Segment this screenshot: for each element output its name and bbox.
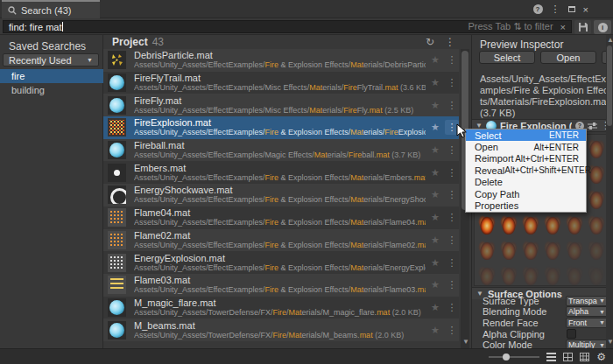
results-panel: Project 43 ↻ ⋮ DebrisParticle.matAssets/… [103, 35, 471, 348]
result-row[interactable]: Embers.matAssets/Unity_Assets/EffectExam… [103, 161, 459, 184]
row-more-icon[interactable]: ⋮ [445, 212, 459, 223]
saved-search-item-fire[interactable]: fire [0, 69, 103, 83]
inspector-toggle-button[interactable]: i [594, 20, 611, 34]
menu-item-copy-path[interactable]: Copy Path [466, 188, 586, 200]
favorite-star-icon[interactable]: ★ [426, 122, 445, 133]
row-more-icon[interactable]: ⋮ [445, 100, 459, 111]
list-view-icon[interactable] [546, 353, 556, 361]
menu-item-label: Delete [475, 177, 503, 187]
flame-sprite [521, 263, 540, 285]
close-icon[interactable]: × [583, 4, 588, 15]
flame-sprite [521, 213, 540, 234]
field-surface-type: Surface TypeTranspa▼ [483, 295, 611, 306]
menu-item-properties[interactable]: Properties [466, 200, 586, 211]
result-row[interactable]: Fireball.matAssets/Unity_Assets/EffectEx… [103, 139, 459, 162]
flame-sprite [587, 136, 606, 158]
favorite-star-icon[interactable]: ★ [426, 167, 445, 178]
grid-view-icon[interactable] [563, 353, 573, 361]
inspector-scrollbar[interactable]: ▲ ▼ [606, 35, 613, 348]
refresh-icon[interactable]: ↻ [426, 36, 434, 48]
tab-search[interactable]: Search (43) [2, 0, 100, 18]
help-icon[interactable]: ? [533, 4, 543, 14]
table-view-icon[interactable] [580, 353, 589, 361]
favorite-star-icon[interactable]: ★ [426, 212, 445, 223]
row-more-icon[interactable]: ⋮ [445, 77, 459, 88]
menu-item-label: Reveal [475, 165, 504, 176]
result-row[interactable]: DebrisParticle.matAssets/Unity_Assets/Ef… [103, 49, 459, 72]
mouse-cursor [456, 123, 468, 141]
favorite-star-icon[interactable]: ★ [426, 144, 445, 156]
slider-knob[interactable] [503, 354, 510, 360]
row-more-icon[interactable]: ⋮ [445, 189, 459, 200]
row-more-icon[interactable]: ⋮ [445, 257, 459, 269]
header-more-icon[interactable]: ⋮ [445, 36, 455, 48]
field-label: Render Face [483, 318, 566, 328]
result-row[interactable]: FireFlyTrail.matAssets/Unity_Assets/Effe… [103, 72, 459, 94]
field-dropdown[interactable]: Front▼ [566, 318, 608, 328]
saved-search-item-building[interactable]: building [0, 83, 103, 97]
favorite-star-icon[interactable]: ★ [426, 325, 445, 336]
field-checkbox[interactable] [567, 329, 576, 339]
settings-gear-icon[interactable]: ⚙ [596, 353, 606, 361]
result-row[interactable]: M_magic_flare.matAssets/Unity_Assets/Tow… [103, 297, 459, 319]
row-more-icon[interactable]: ⋮ [445, 302, 459, 313]
field-dropdown[interactable]: Transpa▼ [566, 296, 608, 306]
favorite-star-icon[interactable]: ★ [426, 77, 445, 88]
result-row[interactable]: M_beams.matAssets/Unity_Assets/TowerDefe… [103, 318, 459, 341]
thumbnail-size-slider[interactable] [489, 356, 539, 358]
search-input[interactable]: find: fire mat Press Tab ⇅ to filter × [3, 20, 572, 33]
preset-icon[interactable] [588, 122, 597, 130]
select-button[interactable]: Select [479, 51, 535, 64]
filter-hint: Press Tab ⇅ to filter [469, 21, 553, 32]
result-row[interactable]: Flame04.matAssets/Unity_Assets/EffectExa… [103, 206, 459, 229]
field-dropdown[interactable]: Alpha▼ [566, 306, 608, 317]
menu-item-shortcut: Alt+Ctrl+ENTER [515, 154, 579, 164]
result-row[interactable]: Flame02.matAssets/Unity_Assets/EffectExa… [103, 229, 459, 252]
material-thumbnail [108, 51, 126, 69]
maximize-icon[interactable] [568, 6, 575, 12]
scroll-down-icon[interactable]: ▼ [607, 338, 613, 346]
save-search-button[interactable] [574, 20, 591, 34]
result-row[interactable]: FireExplosion.matAssets/Unity_Assets/Eff… [103, 116, 459, 139]
favorite-star-icon[interactable]: ★ [426, 189, 445, 200]
result-row[interactable]: EnergyShockwave.matAssets/Unity_Assets/E… [103, 184, 459, 206]
saved-searches-title: Saved Searches [9, 40, 86, 52]
scrollbar-thumb[interactable] [607, 46, 612, 126]
material-thumbnail [108, 298, 126, 317]
favorite-star-icon[interactable]: ★ [426, 100, 445, 111]
result-row[interactable]: EnergyExplosion.matAssets/Unity_Assets/E… [103, 251, 459, 274]
row-more-icon[interactable]: ⋮ [445, 279, 459, 290]
tab-title: Search (43) [21, 5, 71, 16]
row-more-icon[interactable]: ⋮ [445, 167, 459, 178]
provider-label: Project [112, 36, 148, 48]
result-row[interactable]: Flame03.matAssets/Unity_Assets/EffectExa… [103, 274, 459, 297]
row-more-icon[interactable]: ⋮ [445, 234, 459, 246]
result-name: DebrisParticle.mat [134, 50, 426, 60]
favorite-star-icon[interactable]: ★ [426, 302, 445, 313]
menu-item-select[interactable]: SelectENTER [466, 130, 586, 141]
text-caret [62, 22, 63, 32]
window-menu-icon[interactable]: ⋮ [551, 4, 560, 15]
material-thumbnail [108, 276, 126, 294]
favorite-star-icon[interactable]: ★ [426, 234, 445, 246]
menu-item-delete[interactable]: Delete [466, 177, 586, 188]
scroll-up-icon[interactable]: ▲ [607, 36, 613, 44]
scroll-down-icon[interactable]: ▼ [462, 338, 469, 346]
menu-item-reimport[interactable]: ReimportAlt+Ctrl+ENTER [466, 153, 586, 164]
result-path: Assets/Unity_Assets/TowerDefense/FX/Fire… [134, 331, 426, 340]
result-row[interactable]: FireFly.matAssets/Unity_Assets/EffectExa… [103, 94, 459, 116]
row-more-icon[interactable]: ⋮ [445, 54, 459, 66]
result-path: Assets/Unity_Assets/EffectExamples/Fire … [134, 173, 426, 183]
row-more-icon[interactable]: ⋮ [445, 325, 459, 336]
favorite-star-icon[interactable]: ★ [426, 54, 445, 66]
row-more-icon[interactable]: ⋮ [445, 144, 459, 156]
flame-sprite [587, 187, 606, 209]
favorite-star-icon[interactable]: ★ [426, 279, 445, 290]
favorite-star-icon[interactable]: ★ [426, 257, 445, 269]
result-size: (2.0 KB) [392, 308, 421, 317]
menu-item-open[interactable]: OpenAlt+ENTER [466, 141, 586, 152]
saved-searches-dropdown[interactable]: Recently Used ▼ [3, 53, 99, 66]
menu-item-reveal[interactable]: RevealAlt+Ctrl+Shift+ENTER [466, 164, 586, 176]
clear-search-icon[interactable]: × [560, 22, 566, 32]
open-button[interactable]: Open [540, 51, 596, 64]
